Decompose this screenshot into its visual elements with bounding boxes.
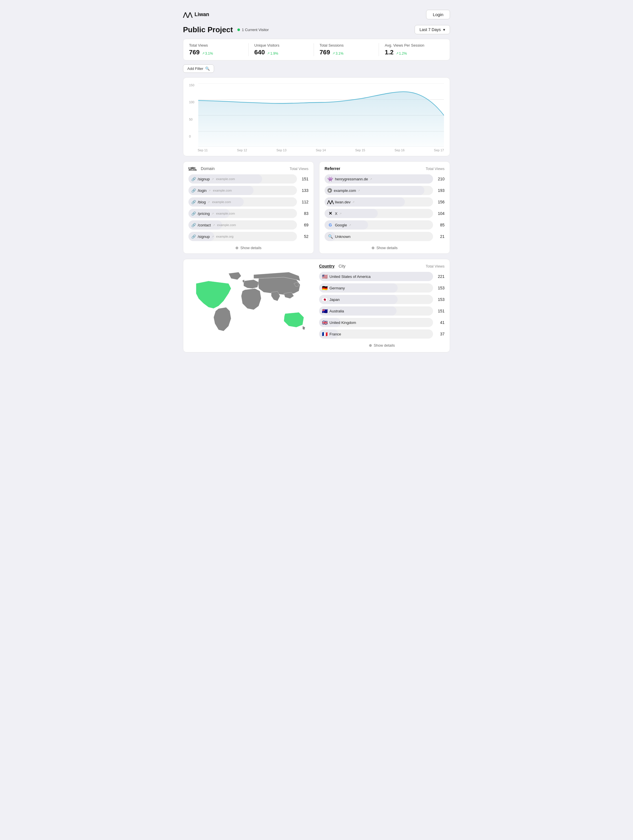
external-link-icon: ↗ bbox=[212, 177, 214, 181]
link-icon: 🔗 bbox=[191, 223, 196, 227]
x-label-sep17: Sep 17 bbox=[434, 148, 444, 152]
table-row: 🔗 /signup ↗ example.org 52 bbox=[188, 232, 308, 241]
header: ⋀⋀ Liwan Login bbox=[183, 6, 450, 22]
external-link-icon: ↗ bbox=[208, 189, 211, 192]
world-map-svg bbox=[188, 268, 314, 344]
title-row: Public Project 1 Current Visitor Last 7 … bbox=[183, 25, 450, 34]
x-twitter-icon: ✕ bbox=[327, 211, 333, 216]
table-row: 🇬🇧 United Kingdom 41 bbox=[319, 318, 445, 327]
show-details-geo[interactable]: ⊕ Show details bbox=[319, 341, 445, 348]
google-icon: G bbox=[327, 222, 333, 228]
show-details-referrer[interactable]: ⊕ Show details bbox=[325, 243, 445, 251]
table-row: 🇦🇺 Australia 151 bbox=[319, 306, 445, 316]
stat-total-views: Total Views 769 ↗3.1% bbox=[189, 43, 248, 56]
table-row: G Google ↗ 85 bbox=[325, 220, 445, 230]
stat-value-views: 769 bbox=[189, 49, 200, 56]
table-row: 🇺🇸 United States of America 221 bbox=[319, 272, 445, 281]
url-col-label: Total Views bbox=[289, 167, 308, 171]
x-label-sep14: Sep 14 bbox=[316, 148, 326, 152]
geo-col-label: Total Views bbox=[426, 264, 445, 268]
stat-value-avg: 1.2 bbox=[385, 49, 394, 56]
table-row: 🔍 Unknown 21 bbox=[325, 232, 445, 241]
table-row: 🇯🇵 Japan 153 bbox=[319, 295, 445, 304]
stat-value-visitors: 640 bbox=[254, 49, 265, 56]
stat-unique-visitors: Unique Visitors 640 ↗1.9% bbox=[248, 43, 314, 56]
url-tab-group: URL Domain bbox=[188, 166, 215, 171]
add-filter-label: Add Filter bbox=[187, 66, 204, 71]
external-link-icon: ↗ bbox=[352, 201, 355, 204]
stat-label-views: Total Views bbox=[189, 43, 243, 47]
arrow-up-icon: ↗ bbox=[202, 52, 205, 55]
link-icon: 🔗 bbox=[191, 188, 196, 193]
table-row: 🇩🇪 Germany 153 bbox=[319, 283, 445, 292]
chart-svg bbox=[189, 84, 444, 147]
x-label-sep11: Sep 11 bbox=[198, 148, 208, 152]
external-link-icon: ↗ bbox=[212, 212, 214, 215]
tab-url[interactable]: URL bbox=[188, 166, 197, 171]
geo-tab-group: Country City bbox=[319, 264, 346, 268]
date-range-picker[interactable]: Last 7 Days ▾ bbox=[415, 25, 450, 34]
online-dot bbox=[237, 28, 240, 31]
x-axis-labels: Sep 11 Sep 12 Sep 13 Sep 14 Sep 15 Sep 1… bbox=[189, 147, 444, 152]
link-icon: 🔗 bbox=[191, 234, 196, 239]
external-link-icon: ↗ bbox=[212, 235, 214, 238]
play-icon: ▶ bbox=[329, 189, 331, 192]
login-button[interactable]: Login bbox=[426, 10, 450, 19]
external-link-icon: ↗ bbox=[207, 201, 210, 204]
link-icon: 🔗 bbox=[191, 177, 196, 181]
details-icon: ⊕ bbox=[235, 246, 238, 250]
table-row: 🔗 /contact ↗ example.com 69 bbox=[188, 220, 308, 230]
stat-label-sessions: Total Sessions bbox=[320, 43, 373, 47]
show-details-url[interactable]: ⊕ Show details bbox=[188, 243, 308, 251]
date-range-label: Last 7 Days bbox=[420, 27, 441, 32]
url-card-header: URL Domain Total Views bbox=[188, 166, 308, 171]
tab-country[interactable]: Country bbox=[319, 264, 335, 268]
link-icon: 🔗 bbox=[191, 212, 196, 216]
logo-icon: ⋀⋀ bbox=[183, 11, 192, 18]
tab-city[interactable]: City bbox=[339, 264, 346, 268]
flag-germany: 🇩🇪 bbox=[322, 285, 328, 291]
chart-card: 150 100 50 0 bbox=[183, 77, 450, 156]
x-label-sep15: Sep 15 bbox=[355, 148, 365, 152]
chart-area: 150 100 50 0 bbox=[189, 84, 444, 147]
table-row: 🔗 /signup ↗ example.com 151 bbox=[188, 174, 308, 183]
stat-total-sessions: Total Sessions 769 ↗3.1% bbox=[314, 43, 379, 56]
stat-label-visitors: Unique Visitors bbox=[254, 43, 308, 47]
table-row: 🔗 /login ↗ example.com 133 bbox=[188, 186, 308, 195]
visitor-count: 1 Current Visitor bbox=[242, 28, 269, 32]
stat-value-sessions: 769 bbox=[320, 49, 330, 56]
page-title: Public Project bbox=[183, 25, 233, 34]
map-area bbox=[188, 264, 314, 348]
stats-row: Total Views 769 ↗3.1% Unique Visitors 64… bbox=[183, 39, 450, 60]
geo-table: Country City Total Views 🇺🇸 United State… bbox=[319, 264, 445, 348]
unknown-icon: 🔍 bbox=[327, 234, 333, 239]
stat-change-views: ↗3.1% bbox=[202, 52, 213, 55]
referrer-card-header: Referrer Total Views bbox=[325, 166, 445, 171]
show-details-label: Show details bbox=[374, 343, 395, 347]
filter-row: Add Filter 🔍 bbox=[183, 65, 450, 73]
external-link-icon: ↗ bbox=[213, 224, 215, 227]
arrow-up-icon: ↗ bbox=[396, 52, 398, 55]
geo-card-header: Country City Total Views bbox=[319, 264, 445, 268]
tab-referrer: Referrer bbox=[325, 166, 340, 171]
bug-icon: 👾 bbox=[327, 176, 333, 182]
logo-text: Liwan bbox=[194, 11, 209, 17]
external-link-icon: ↗ bbox=[358, 189, 360, 192]
external-link-icon: ↗ bbox=[349, 224, 351, 227]
flag-france: 🇫🇷 bbox=[322, 332, 328, 337]
tab-domain[interactable]: Domain bbox=[201, 166, 215, 171]
referrer-card: Referrer Total Views 👾 henrygressmann.de… bbox=[319, 161, 450, 254]
chevron-down-icon: ▾ bbox=[443, 27, 445, 32]
details-icon: ⊕ bbox=[369, 343, 372, 347]
geo-card: Country City Total Views 🇺🇸 United State… bbox=[183, 259, 450, 352]
stat-change-visitors: ↗1.9% bbox=[267, 52, 278, 55]
stat-label-avg: Avg. Views Per Session bbox=[385, 43, 438, 47]
add-filter-button[interactable]: Add Filter 🔍 bbox=[183, 65, 214, 73]
flag-usa: 🇺🇸 bbox=[322, 274, 328, 279]
table-row: ⋀⋀ liwan.dev ↗ 156 bbox=[325, 197, 445, 207]
x-label-sep16: Sep 16 bbox=[395, 148, 404, 152]
table-row: 🔗 /blog ↗ example.com 112 bbox=[188, 197, 308, 207]
stat-change-sessions: ↗3.1% bbox=[332, 52, 343, 55]
link-icon: 🔗 bbox=[191, 200, 196, 204]
show-details-label: Show details bbox=[376, 246, 398, 250]
